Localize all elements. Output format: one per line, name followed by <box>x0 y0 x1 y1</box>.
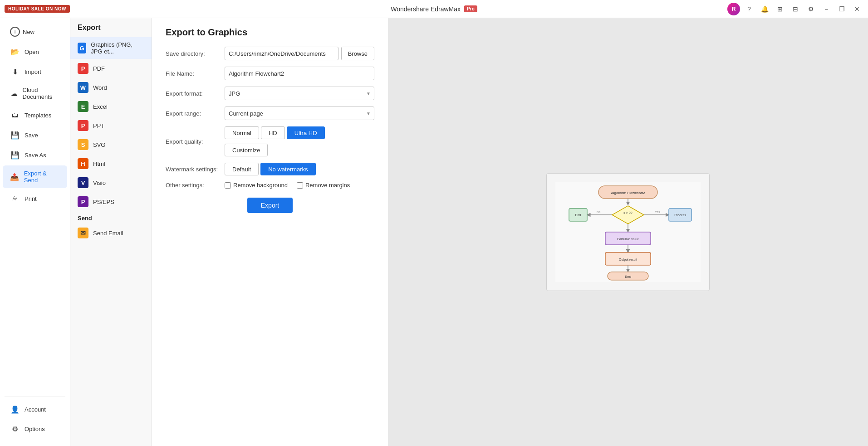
svg-text:No: No <box>597 210 601 213</box>
watermark-button-group: Default No watermarks <box>225 163 316 175</box>
remove-background-text: Remove background <box>233 182 288 189</box>
watermark-no-btn[interactable]: No watermarks <box>260 163 315 175</box>
sidebar-templates-label: Templates <box>25 112 51 119</box>
remove-margins-checkbox[interactable] <box>297 182 303 189</box>
minimize-button[interactable]: − <box>820 3 833 15</box>
export-form-area: Export to Graphics Save directory: Brows… <box>152 18 388 446</box>
remove-background-checkbox-label[interactable]: Remove background <box>225 182 288 189</box>
sidebar-options-label: Options <box>25 426 45 432</box>
options-icon: ⚙ <box>10 424 20 434</box>
export-item-ppt[interactable]: P PPT <box>70 116 152 135</box>
sidebar-item-print[interactable]: 🖨 Print <box>3 189 67 208</box>
save-directory-row: Save directory: Browse <box>166 47 374 60</box>
export-item-excel[interactable]: E Excel <box>70 97 152 116</box>
remove-background-checkbox[interactable] <box>225 182 231 189</box>
export-format-label: Export format: <box>166 90 225 97</box>
sidebar-item-options[interactable]: ⚙ Options <box>3 419 67 438</box>
notification-icon-btn[interactable]: 🔔 <box>758 3 771 15</box>
avatar[interactable]: R <box>727 3 740 15</box>
export-panel-title: Export <box>70 24 152 37</box>
watermark-default-btn[interactable]: Default <box>225 163 259 175</box>
save-directory-input[interactable] <box>225 47 338 60</box>
quality-button-group: Normal HD Ultra HD <box>225 126 374 139</box>
cloud-icon: ☁ <box>10 88 18 98</box>
sidebar-item-cloud[interactable]: ☁ Cloud Documents <box>3 82 67 105</box>
export-format-select-wrapper: JPG PNG BMP SVG TIFF ▼ <box>225 87 374 100</box>
export-format-select[interactable]: JPG PNG BMP SVG TIFF <box>225 87 374 100</box>
flowchart-preview-svg: Algorithm Flowchart2 x > 0? No End <box>555 182 701 282</box>
svg-icon: S <box>78 139 88 150</box>
browse-button[interactable]: Browse <box>341 47 374 60</box>
ppt-icon: P <box>78 120 88 131</box>
sidebar-import-label: Import <box>25 68 41 75</box>
export-format-row: Export format: JPG PNG BMP SVG TIFF ▼ <box>166 87 374 100</box>
file-name-row: File Name: <box>166 67 374 80</box>
send-section-title: Send <box>70 211 152 223</box>
graphics-label: Graphics (PNG, JPG et... <box>91 41 144 55</box>
sidebar-saveas-label: Save As <box>25 152 46 159</box>
sidebar-bottom: 👤 Account ⚙ Options <box>0 394 70 442</box>
remove-margins-checkbox-label[interactable]: Remove margins <box>297 182 350 189</box>
export-item-pdf[interactable]: P PDF <box>70 59 152 78</box>
html-icon: H <box>78 158 88 169</box>
export-item-word[interactable]: W Word <box>70 78 152 97</box>
excel-icon: E <box>78 101 88 112</box>
export-form-title: Export to Graphics <box>166 27 374 38</box>
customize-btn[interactable]: Customize <box>225 144 268 156</box>
sidebar-cloud-label: Cloud Documents <box>23 87 60 100</box>
file-name-input[interactable] <box>225 67 374 80</box>
pseps-icon: P <box>78 196 88 207</box>
print-icon: 🖨 <box>10 194 20 204</box>
help-icon-btn[interactable]: ? <box>743 3 755 15</box>
settings-icon-btn[interactable]: ⚙ <box>804 3 817 15</box>
open-icon: 📂 <box>10 47 20 57</box>
export-item-html[interactable]: H Html <box>70 154 152 173</box>
word-label: Word <box>93 84 107 91</box>
export-item-svg[interactable]: S SVG <box>70 135 152 154</box>
other-settings-checkboxes: Remove background Remove margins <box>225 182 350 189</box>
sidebar-item-saveas[interactable]: 💾 Save As <box>3 145 67 165</box>
export-item-graphics[interactable]: G Graphics (PNG, JPG et... <box>70 37 152 59</box>
export-item-pseps[interactable]: P PS/EPS <box>70 192 152 211</box>
new-plus-icon: + <box>10 27 20 37</box>
svg-text:Yes: Yes <box>655 210 660 213</box>
sidebar-item-open[interactable]: 📂 Open <box>3 42 67 61</box>
export-quality-row: Export quality: Normal HD Ultra HD Custo… <box>166 126 374 156</box>
layout-icon-btn[interactable]: ⊟ <box>789 3 802 15</box>
svg-text:End: End <box>625 275 631 279</box>
export-range-select-wrapper: Current page All pages Selected objects … <box>225 107 374 120</box>
title-bar: HOLIDAY SALE ON NOW Wondershare EdrawMax… <box>0 0 868 18</box>
grid-icon-btn[interactable]: ⊞ <box>774 3 786 15</box>
quality-normal-btn[interactable]: Normal <box>225 126 259 139</box>
word-icon: W <box>78 82 88 93</box>
sidebar-item-save[interactable]: 💾 Save <box>3 126 67 145</box>
export-panel: Export G Graphics (PNG, JPG et... P PDF … <box>70 18 152 446</box>
other-settings-row: Other settings: Remove background Remove… <box>166 182 374 189</box>
preview-card: Algorithm Flowchart2 x > 0? No End <box>546 173 710 291</box>
holiday-badge[interactable]: HOLIDAY SALE ON NOW <box>5 5 70 13</box>
sidebar-item-new[interactable]: + New <box>3 22 67 41</box>
sidebar-item-import[interactable]: ⬇ Import <box>3 62 67 81</box>
sidebar-item-export[interactable]: 📤 Export & Send <box>3 165 67 188</box>
quality-ultra-hd-btn[interactable]: Ultra HD <box>287 126 325 139</box>
svg-text:Process: Process <box>674 213 686 217</box>
restore-button[interactable]: ❐ <box>835 3 848 15</box>
ppt-label: PPT <box>93 122 104 129</box>
pdf-icon: P <box>78 63 88 74</box>
export-button[interactable]: Export <box>247 198 293 213</box>
export-quality-label: Export quality: <box>166 138 225 145</box>
save-icon: 💾 <box>10 130 20 140</box>
excel-label: Excel <box>93 103 108 110</box>
export-item-visio[interactable]: V Visio <box>70 173 152 192</box>
holiday-badge-container: HOLIDAY SALE ON NOW <box>5 5 70 13</box>
sidebar-item-account[interactable]: 👤 Account <box>3 400 67 419</box>
export-item-sendemail[interactable]: ✉ Send Email <box>70 223 152 242</box>
close-button[interactable]: ✕ <box>851 3 863 15</box>
quality-hd-btn[interactable]: HD <box>261 126 285 139</box>
export-range-select[interactable]: Current page All pages Selected objects <box>225 107 374 120</box>
svg-text:Calculate value: Calculate value <box>617 238 639 241</box>
main-content: Export to Graphics Save directory: Brows… <box>152 18 868 446</box>
sendemail-icon: ✉ <box>78 228 88 238</box>
sidebar-item-templates[interactable]: 🗂 Templates <box>3 106 67 125</box>
svg-label: SVG <box>93 141 105 148</box>
